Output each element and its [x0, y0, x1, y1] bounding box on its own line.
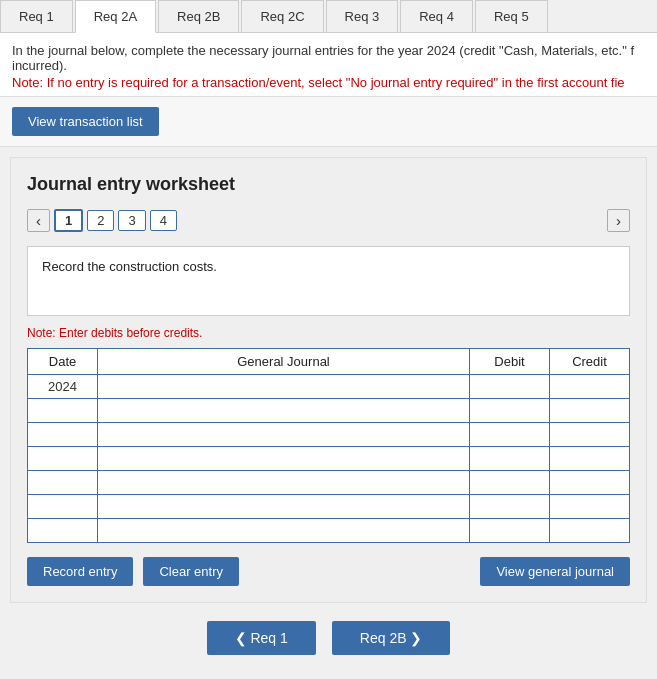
page-1[interactable]: 1 — [54, 209, 83, 232]
journal-input-5[interactable] — [98, 471, 469, 494]
debit-cell-5[interactable] — [470, 471, 550, 495]
journal-input-6[interactable] — [98, 495, 469, 518]
credit-cell-3[interactable] — [550, 423, 630, 447]
debit-input-2[interactable] — [470, 399, 549, 422]
journal-input-7[interactable] — [98, 519, 469, 542]
debit-cell-2[interactable] — [470, 399, 550, 423]
credit-input-5[interactable] — [550, 471, 629, 494]
col-header-date: Date — [28, 349, 98, 375]
tab-req4[interactable]: Req 4 — [400, 0, 473, 32]
worksheet-title: Journal entry worksheet — [27, 174, 630, 195]
table-row: 2024 — [28, 375, 630, 399]
tab-req1[interactable]: Req 1 — [0, 0, 73, 32]
journal-cell-6[interactable] — [98, 495, 470, 519]
journal-cell-7[interactable] — [98, 519, 470, 543]
col-header-credit: Credit — [550, 349, 630, 375]
date-cell-3 — [28, 423, 98, 447]
instructions-text: In the journal below, complete the neces… — [12, 43, 634, 73]
record-entry-button[interactable]: Record entry — [27, 557, 133, 586]
pagination-prev[interactable]: ‹ — [27, 209, 50, 232]
col-header-debit: Debit — [470, 349, 550, 375]
date-cell-1: 2024 — [28, 375, 98, 399]
journal-worksheet: Journal entry worksheet ‹ 1 2 3 4 › Reco… — [10, 157, 647, 603]
debit-cell-1[interactable] — [470, 375, 550, 399]
credit-cell-1[interactable] — [550, 375, 630, 399]
view-transaction-button[interactable]: View transaction list — [12, 107, 159, 136]
clear-entry-button[interactable]: Clear entry — [143, 557, 239, 586]
date-cell-5 — [28, 471, 98, 495]
instructions-panel: In the journal below, complete the neces… — [0, 33, 657, 97]
page-4[interactable]: 4 — [150, 210, 177, 231]
debit-credit-note: Note: Enter debits before credits. — [27, 326, 630, 340]
tab-req3[interactable]: Req 3 — [326, 0, 399, 32]
journal-input-1[interactable] — [98, 375, 469, 398]
journal-cell-4[interactable] — [98, 447, 470, 471]
table-row — [28, 471, 630, 495]
table-row — [28, 423, 630, 447]
credit-input-3[interactable] — [550, 423, 629, 446]
journal-input-2[interactable] — [98, 399, 469, 422]
debit-cell-7[interactable] — [470, 519, 550, 543]
date-cell-7 — [28, 519, 98, 543]
credit-input-1[interactable] — [550, 375, 629, 398]
next-req-button[interactable]: Req 2B ❯ — [332, 621, 451, 655]
debit-input-4[interactable] — [470, 447, 549, 470]
table-row — [28, 399, 630, 423]
credit-input-6[interactable] — [550, 495, 629, 518]
description-box: Record the construction costs. — [27, 246, 630, 316]
page-2[interactable]: 2 — [87, 210, 114, 231]
debit-input-3[interactable] — [470, 423, 549, 446]
credit-cell-7[interactable] — [550, 519, 630, 543]
credit-cell-2[interactable] — [550, 399, 630, 423]
credit-cell-5[interactable] — [550, 471, 630, 495]
date-cell-2 — [28, 399, 98, 423]
instructions-note: Note: If no entry is required for a tran… — [12, 75, 645, 90]
date-cell-6 — [28, 495, 98, 519]
tab-bar: Req 1 Req 2A Req 2B Req 2C Req 3 Req 4 R… — [0, 0, 657, 33]
col-header-journal: General Journal — [98, 349, 470, 375]
debit-cell-6[interactable] — [470, 495, 550, 519]
debit-cell-4[interactable] — [470, 447, 550, 471]
debit-input-1[interactable] — [470, 375, 549, 398]
table-row — [28, 519, 630, 543]
table-row — [28, 495, 630, 519]
journal-cell-1[interactable] — [98, 375, 470, 399]
tab-req2a[interactable]: Req 2A — [75, 0, 156, 33]
credit-cell-6[interactable] — [550, 495, 630, 519]
description-text: Record the construction costs. — [42, 259, 217, 274]
pagination: ‹ 1 2 3 4 › — [27, 209, 630, 232]
credit-input-7[interactable] — [550, 519, 629, 542]
tab-req2c[interactable]: Req 2C — [241, 0, 323, 32]
table-row — [28, 447, 630, 471]
debit-input-7[interactable] — [470, 519, 549, 542]
journal-input-4[interactable] — [98, 447, 469, 470]
tab-req2b[interactable]: Req 2B — [158, 0, 239, 32]
view-general-journal-button[interactable]: View general journal — [480, 557, 630, 586]
page-3[interactable]: 3 — [118, 210, 145, 231]
journal-cell-3[interactable] — [98, 423, 470, 447]
view-transaction-bar: View transaction list — [0, 97, 657, 147]
date-cell-4 — [28, 447, 98, 471]
worksheet-action-buttons: Record entry Clear entry View general jo… — [27, 557, 630, 586]
journal-cell-2[interactable] — [98, 399, 470, 423]
journal-cell-5[interactable] — [98, 471, 470, 495]
bottom-nav: ❮ Req 1 Req 2B ❯ — [0, 621, 657, 655]
debit-input-5[interactable] — [470, 471, 549, 494]
tab-req5[interactable]: Req 5 — [475, 0, 548, 32]
journal-input-3[interactable] — [98, 423, 469, 446]
credit-input-2[interactable] — [550, 399, 629, 422]
credit-cell-4[interactable] — [550, 447, 630, 471]
prev-req-button[interactable]: ❮ Req 1 — [207, 621, 316, 655]
credit-input-4[interactable] — [550, 447, 629, 470]
journal-table: Date General Journal Debit Credit 2024 — [27, 348, 630, 543]
debit-input-6[interactable] — [470, 495, 549, 518]
pagination-next[interactable]: › — [607, 209, 630, 232]
debit-cell-3[interactable] — [470, 423, 550, 447]
